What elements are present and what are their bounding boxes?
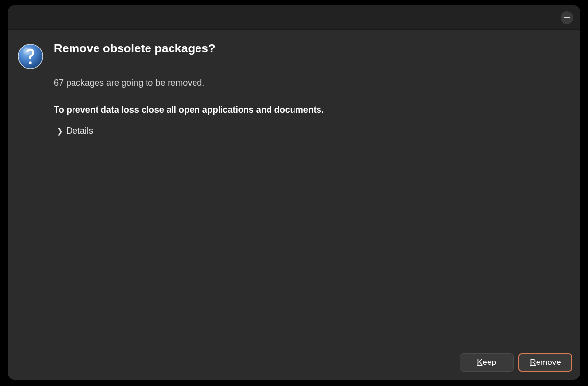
chevron-right-icon: ❯ <box>57 127 63 136</box>
minimize-icon <box>564 17 570 18</box>
dialog-warning: To prevent data loss close all open appl… <box>54 105 570 115</box>
question-icon <box>18 44 43 69</box>
text-column: Remove obsolete packages? 67 packages ar… <box>54 42 570 343</box>
svg-rect-0 <box>564 17 570 18</box>
icon-column <box>18 42 43 343</box>
titlebar <box>8 5 580 30</box>
dialog-window: Remove obsolete packages? 67 packages ar… <box>8 5 580 380</box>
minimize-button[interactable] <box>561 11 573 24</box>
dialog-footer: Keep Remove <box>8 353 580 380</box>
remove-button[interactable]: Remove <box>518 353 572 372</box>
details-label: Details <box>66 126 93 136</box>
svg-point-3 <box>29 61 32 64</box>
dialog-heading: Remove obsolete packages? <box>54 42 570 55</box>
dialog-content: Remove obsolete packages? 67 packages ar… <box>8 30 580 353</box>
keep-button[interactable]: Keep <box>460 353 514 372</box>
dialog-subtext: 67 packages are going to be removed. <box>54 78 570 88</box>
details-expander[interactable]: ❯ Details <box>54 126 93 136</box>
